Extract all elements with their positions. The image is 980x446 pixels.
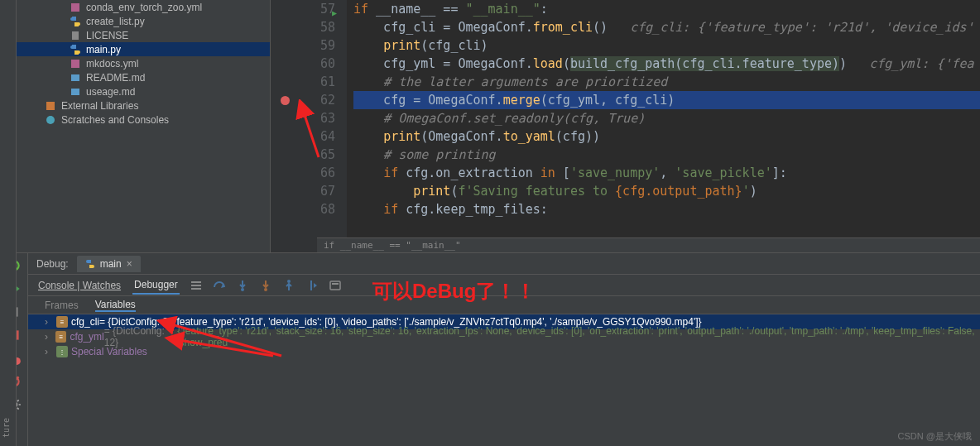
svg-point-20	[264, 288, 267, 291]
step-over-icon[interactable]	[213, 279, 226, 292]
code-editor[interactable]: 57▶5859606162636465666768 if __name__ ==…	[271, 0, 980, 252]
svg-rect-5	[46, 102, 55, 110]
run-to-cursor-icon[interactable]	[305, 279, 319, 292]
variables-area[interactable]: ›≡cfg_cli = {DictConfig: 3} {'feature_ty…	[28, 314, 980, 446]
svg-rect-2	[71, 60, 79, 68]
gutter-breakpoints[interactable]	[271, 0, 300, 252]
threads-icon[interactable]	[190, 279, 203, 292]
step-into-icon[interactable]	[236, 279, 249, 292]
tree-item-conda_env_torch_zoo-yml[interactable]: conda_env_torch_zoo.yml	[17, 0, 270, 14]
expand-icon[interactable]: ›	[45, 316, 56, 328]
step-out-icon[interactable]	[282, 279, 295, 292]
tree-item-useage-md[interactable]: useage.md	[17, 84, 270, 98]
tree-item-create_list-py[interactable]: create_list.py	[17, 14, 270, 28]
svg-point-6	[46, 116, 55, 124]
watermark: CSDN @是大侠哦	[898, 430, 972, 443]
code-area[interactable]: if __name__ == "__main__": cfg_cli = Ome…	[347, 0, 980, 252]
yml-icon	[70, 58, 81, 70]
svg-rect-18	[191, 288, 201, 290]
svg-rect-4	[71, 89, 79, 95]
gutter-line-numbers: 57▶5859606162636465666768	[300, 0, 347, 252]
py-icon	[70, 44, 81, 55]
txt-icon	[70, 30, 81, 41]
project-tree[interactable]: conda_env_torch_zoo.ymlcreate_list.pyLIC…	[17, 0, 271, 252]
svg-rect-22	[310, 281, 312, 290]
tree-item-LICENSE[interactable]: LICENSE	[17, 28, 270, 42]
subtab-variables[interactable]: Variables	[95, 299, 136, 312]
subtab-frames[interactable]: Frames	[45, 300, 79, 311]
md-icon	[70, 72, 81, 84]
close-icon[interactable]: ×	[127, 258, 132, 270]
svg-rect-24	[332, 283, 339, 285]
svg-rect-0	[71, 3, 79, 12]
structure-tool-label[interactable]: ture	[2, 418, 11, 438]
var-row-cfg_yml[interactable]: ›≡cfg_yml = {DictConfig: 12} {'feature_t…	[28, 329, 980, 344]
expand-icon[interactable]: ›	[45, 346, 56, 357]
tab-console[interactable]: Console | Watches	[36, 277, 122, 294]
tree-item-main-py[interactable]: main.py	[17, 42, 270, 56]
step-into-my-icon[interactable]	[259, 279, 272, 292]
svg-rect-23	[330, 281, 340, 290]
py-icon	[70, 16, 81, 27]
svg-rect-16	[191, 281, 201, 283]
debug-title: Debug:	[36, 258, 69, 270]
left-tool-strip[interactable]: ture	[0, 0, 17, 446]
scratch-icon	[45, 114, 56, 126]
tree-item-mkdocs-yml[interactable]: mkdocs.yml	[17, 56, 270, 70]
python-icon	[85, 259, 95, 269]
tree-item-README-md[interactable]: README.md	[17, 70, 270, 84]
debug-header: Debug: main ×	[28, 253, 980, 275]
svg-rect-3	[71, 74, 79, 81]
tree-scratches[interactable]: Scratches and Consoles	[17, 113, 270, 127]
md-icon	[70, 86, 81, 98]
svg-rect-1	[72, 31, 79, 40]
evaluate-icon[interactable]	[329, 279, 342, 292]
svg-point-21	[287, 280, 291, 283]
annotation-text: 可以DeBug了！！	[372, 278, 536, 305]
editor-breadcrumb[interactable]: if __name__ == "__main__"	[317, 237, 980, 252]
tree-external-libraries[interactable]: External Libraries	[17, 98, 270, 113]
debug-run-tab[interactable]: main ×	[77, 256, 141, 272]
svg-point-19	[241, 288, 244, 291]
library-icon	[45, 100, 56, 112]
svg-rect-17	[191, 285, 201, 286]
expand-icon[interactable]: ›	[45, 331, 55, 343]
breakpoint-icon[interactable]	[281, 96, 290, 105]
yml-icon	[70, 2, 81, 13]
tab-debugger[interactable]: Debugger	[132, 276, 180, 295]
